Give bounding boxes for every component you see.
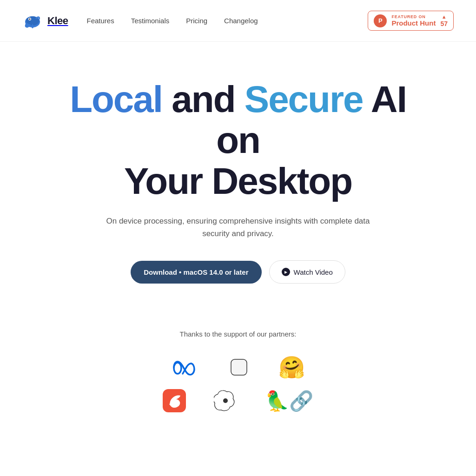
partners-row-1: 🦙 🤗 bbox=[172, 355, 305, 380]
producthunt-arrow: ▲ bbox=[442, 14, 447, 20]
logo-link[interactable]: Klee bbox=[22, 11, 68, 31]
svg-point-8 bbox=[223, 398, 228, 403]
nav-links: Features Testimonials Pricing Changelog bbox=[86, 17, 258, 25]
hero-section: Local and Secure AI on Your Desktop On d… bbox=[0, 42, 476, 311]
langchain-emoji: 🦜🔗 bbox=[265, 390, 313, 412]
nav-link-pricing[interactable]: Pricing bbox=[186, 17, 207, 25]
partner-huggingface: 🤗 bbox=[278, 355, 305, 380]
svg-point-4 bbox=[174, 363, 181, 374]
play-icon: ▶ bbox=[282, 268, 290, 276]
partner-ollama: 🦙 bbox=[227, 356, 251, 379]
download-button[interactable]: Download • macOS 14.0 or later bbox=[131, 261, 261, 284]
partner-meta bbox=[172, 359, 199, 376]
partners-row-2: 🦜🔗 bbox=[163, 389, 313, 412]
partner-swift bbox=[163, 389, 186, 412]
partners-grid: 🦙 🤗 bbox=[163, 355, 313, 412]
hero-title-local: Local bbox=[70, 79, 162, 120]
watch-video-label: Watch Video bbox=[294, 268, 333, 276]
hero-title-secure: Secure bbox=[245, 79, 363, 120]
nav-link-testimonials[interactable]: Testimonials bbox=[131, 17, 170, 25]
producthunt-text: FEATURED ON Product Hunt bbox=[391, 14, 436, 27]
nav-item-testimonials[interactable]: Testimonials bbox=[131, 17, 170, 25]
partner-openai bbox=[214, 389, 237, 412]
svg-point-3 bbox=[29, 18, 31, 20]
nav-item-pricing[interactable]: Pricing bbox=[186, 17, 207, 25]
producthunt-count: 57 bbox=[440, 20, 448, 27]
partners-section: Thanks to the support of our partners: 🦙 bbox=[0, 311, 476, 440]
logo-text: Klee bbox=[47, 15, 68, 27]
producthunt-name: Product Hunt bbox=[391, 19, 436, 27]
hero-subtitle: On device processing, ensuring comprehen… bbox=[103, 215, 373, 240]
watch-video-button[interactable]: ▶ Watch Video bbox=[269, 260, 345, 284]
hero-buttons: Download • macOS 14.0 or later ▶ Watch V… bbox=[131, 260, 345, 284]
partners-title: Thanks to the support of our partners: bbox=[180, 330, 297, 338]
hero-title-and: and bbox=[162, 79, 245, 120]
producthunt-votes-area: ▲ 57 bbox=[440, 14, 448, 27]
navbar: Klee Features Testimonials Pricing Chang… bbox=[0, 0, 476, 42]
partner-langchain: 🦜🔗 bbox=[265, 390, 313, 412]
hero-title: Local and Secure AI on Your Desktop bbox=[56, 79, 420, 202]
nav-link-features[interactable]: Features bbox=[86, 17, 114, 25]
producthunt-icon: P bbox=[374, 14, 387, 27]
nav-link-changelog[interactable]: Changelog bbox=[224, 17, 258, 25]
producthunt-badge[interactable]: P FEATURED ON Product Hunt ▲ 57 bbox=[368, 11, 454, 31]
producthunt-featured-label: FEATURED ON bbox=[391, 14, 436, 19]
nav-item-features[interactable]: Features bbox=[86, 17, 114, 25]
whale-logo-icon bbox=[22, 11, 43, 31]
hero-title-line2: Your Desktop bbox=[124, 160, 352, 202]
nav-left: Klee Features Testimonials Pricing Chang… bbox=[22, 11, 258, 31]
nav-item-changelog[interactable]: Changelog bbox=[224, 17, 258, 25]
huggingface-emoji: 🤗 bbox=[278, 355, 305, 380]
svg-rect-5 bbox=[231, 359, 247, 375]
